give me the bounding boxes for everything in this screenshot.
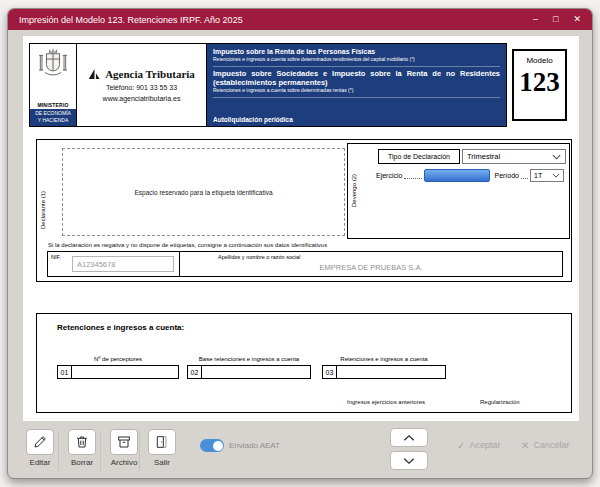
ministry-line1: MINISTERIO [30,102,76,109]
check-icon: ✓ [457,440,465,451]
base-retenciones-field[interactable] [202,365,311,379]
ministry-banner: DE ECONOMÍA Y HACIENDA [30,109,76,127]
aceptar-button[interactable]: ✓ Aceptar [457,435,500,455]
dotted-leader [404,170,422,179]
app-window: Impresión del Modelo 123. Retenciones IR… [7,8,593,479]
name-label: Apellidos y nombre o razón social [218,254,300,260]
salir-icon-box [148,429,176,455]
devengo-side-label: Devengo (2) [348,144,360,238]
editar-icon-box [26,429,54,455]
perceptores-field[interactable] [72,365,179,379]
perceptores-group: Nº de perceptores 01 [57,356,179,379]
toolbar-separator [100,431,101,471]
tipo-declaracion-label: Tipo de Declaración [378,149,460,164]
periodo-label: Período [494,172,519,179]
chevron-up-icon [403,434,415,442]
ministry-line3: Y HACIENDA [30,117,76,124]
retenciones-cuenta-row: 03 [322,365,446,379]
etiqueta-text: Espacio reservado para la etiqueta ident… [134,189,272,196]
agency-name: Agencia Tributaria [105,68,195,80]
agency-block: Agencia Tributaria Teléfono: 901 33 55 3… [77,44,207,126]
scroll-down-button[interactable] [390,451,428,470]
maximize-button[interactable]: □ [553,15,558,24]
scroll-up-button[interactable] [390,428,428,447]
borrar-button[interactable]: Borrar [62,429,102,467]
minimize-button[interactable]: – [533,15,538,24]
aceptar-label: Aceptar [469,440,500,450]
tipo-declaracion-label-text: Tipo de Declaración [388,153,450,160]
pencil-icon [32,434,48,450]
ministry-name: MINISTERIO DE ECONOMÍA Y HACIENDA [30,102,76,127]
retenciones-cuenta-label: Retenciones e ingresos a cuenta [322,356,446,362]
etiqueta-box: Espacio reservado para la etiqueta ident… [62,148,345,236]
name-field[interactable]: EMPRESA DE PRUEBAS S.A. [180,263,562,272]
devengo-row: Ejercicio Período 1T [376,168,564,182]
form-header: MINISTERIO DE ECONOMÍA Y HACIENDA Age [29,43,507,127]
nif-field[interactable]: A12345678 [72,256,174,272]
base-retenciones-row: 02 [187,365,311,379]
toolbar-separator [139,431,140,471]
screen: Impresión del Modelo 123. Retenciones IR… [0,0,600,487]
trash-icon [74,434,90,450]
enviado-aeat-label: Enviado AEAT [229,441,280,450]
base-retenciones-group: Base retenciones e ingresos a cuenta 02 [187,356,311,379]
box-number-03: 03 [322,365,337,379]
archivo-button[interactable]: Archivo [104,429,144,467]
model-number: 123 [519,69,560,96]
salir-button[interactable]: Salir [142,429,182,467]
ministry-block: MINISTERIO DE ECONOMÍA Y HACIENDA [30,44,77,126]
declarante-label: Declarante (1) [40,191,46,229]
agency-logo-row: Agencia Tributaria [88,68,195,80]
nif-cell: NIF. A12345678 [48,252,180,276]
chevron-down-icon [552,173,560,178]
chevron-down-icon [403,457,415,465]
editar-button[interactable]: Editar [20,429,60,467]
toggle-knob [213,441,223,451]
devengo-label: Devengo (2) [351,174,357,207]
regularizacion-label: Regularización [480,399,520,405]
identification-row: NIF. A12345678 Apellidos y nombre o razó… [47,251,563,277]
model-label: Modelo [526,56,552,65]
retenciones-cuenta-field[interactable] [337,365,446,379]
tax-subtitle-irpf: Retenciones e ingresos a cuenta sobre de… [213,56,500,67]
tax-title-irpf: Impuesto sobre la Renta de las Personas … [213,48,500,56]
ministry-line2: DE ECONOMÍA [30,110,76,117]
tax-title-block: Impuesto sobre la Renta de las Personas … [207,44,506,126]
agency-website: www.agenciatributaria.es [103,95,181,102]
box-number-01: 01 [57,365,72,379]
enviado-aeat-toggle[interactable] [200,439,224,452]
ingresos-anteriores-label: Ingresos ejercicios anteriores [347,399,425,405]
tax-subtitle-sociedades: Retenciones e ingresos a cuenta sobre de… [213,87,500,98]
base-retenciones-label: Base retenciones e ingresos a cuenta [187,356,311,362]
ejercicio-label: Ejercicio [376,172,402,179]
archivo-icon-box [110,429,138,455]
retenciones-section: Retenciones e ingresos a cuenta: Nº de p… [36,313,572,413]
retenciones-title: Retenciones e ingresos a cuenta: [57,323,184,332]
tax-title-sociedades: Impuesto sobre Sociedades e Impuesto sob… [213,69,500,88]
spain-coat-of-arms-icon [35,47,71,85]
perceptores-label: Nº de perceptores [57,356,179,362]
nif-label: NIF. [51,254,61,260]
chevron-down-icon [552,154,561,160]
retenciones-cuenta-group: Retenciones e ingresos a cuenta 03 [322,356,446,379]
declarante-section: Declarante (1) Espacio reservado para la… [36,139,572,282]
cancelar-button[interactable]: ✕ Cancelar [521,435,569,455]
periodo-group: Período 1T [494,169,564,182]
devengo-panel: Devengo (2) Tipo de Declaración Trimestr… [347,143,570,239]
perceptores-row: 01 [57,365,179,379]
exit-door-icon [154,434,170,450]
borrar-label: Borrar [71,458,93,467]
ejercicio-field[interactable] [424,169,490,182]
window-title: Impresión del Modelo 123. Retenciones IR… [19,15,243,25]
archive-icon [116,434,132,450]
close-button[interactable]: ✕ [573,15,581,24]
aeat-logo-icon [88,68,101,80]
ejercicio-group: Ejercicio [376,169,490,182]
tipo-declaracion-select[interactable]: Trimestral [462,149,566,164]
tipo-declaracion-value: Trimestral [467,152,500,161]
titlebar[interactable]: Impresión del Modelo 123. Retenciones IR… [8,9,592,30]
periodo-select[interactable]: 1T [530,169,564,182]
agency-phone: Teléfono: 901 33 55 33 [106,84,177,91]
toolbar-separator [58,431,59,471]
salir-label: Salir [154,458,170,467]
